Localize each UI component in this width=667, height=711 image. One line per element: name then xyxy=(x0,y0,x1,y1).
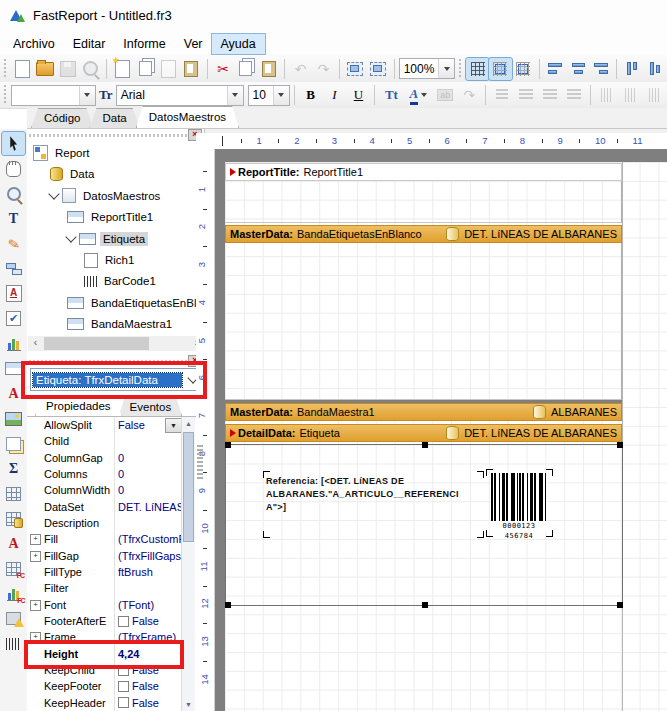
checkbox-icon[interactable] xyxy=(118,665,129,676)
selected-object-combobox[interactable]: Etiqueta: TfrxDetailData xyxy=(30,368,202,391)
text-justify-button[interactable] xyxy=(562,84,586,106)
tree-item-reporttitle1[interactable]: ReportTitle1 xyxy=(67,207,156,227)
text-cursor-tool-button[interactable]: T xyxy=(2,207,25,230)
selection-handle[interactable] xyxy=(617,602,623,608)
style-combobox[interactable] xyxy=(11,85,96,106)
align-middle-button[interactable] xyxy=(644,58,667,80)
property-row-description[interactable]: Description xyxy=(27,515,183,531)
band-header-reporttitle[interactable]: ReportTitle: ReportTitle1 xyxy=(225,163,622,181)
scrollbar-thumb[interactable] xyxy=(44,337,149,350)
scrollbar-thumb[interactable] xyxy=(183,432,194,542)
property-value[interactable]: 0 xyxy=(115,450,183,466)
fastcube-chart-object-button[interactable]: FC xyxy=(2,582,25,605)
style-dropdown-button[interactable] xyxy=(79,86,95,105)
property-value[interactable]: 4,24 xyxy=(115,646,183,662)
italic-button[interactable]: I xyxy=(323,84,347,106)
property-value[interactable]: (TfrxFillGaps) xyxy=(115,548,183,564)
font-color-button[interactable]: A xyxy=(403,84,433,106)
picture-object-button[interactable] xyxy=(2,407,25,430)
checkbox-icon[interactable] xyxy=(118,616,129,627)
expand-icon[interactable]: + xyxy=(30,534,41,545)
selection-handle[interactable] xyxy=(422,602,428,608)
property-value[interactable] xyxy=(115,580,183,596)
zoom-tool-button[interactable] xyxy=(2,182,25,205)
new-report-button[interactable] xyxy=(11,58,34,80)
format-painter-tool-button[interactable]: ✎ xyxy=(2,232,25,255)
tree-item-datosmaestros[interactable]: DatosMaestros xyxy=(50,186,163,206)
property-row-keepheader[interactable]: KeepHeaderFalse xyxy=(27,695,183,711)
text-object-2-button[interactable]: A xyxy=(2,532,25,555)
redo-button[interactable]: ↷ xyxy=(312,58,335,80)
checkbox-icon[interactable] xyxy=(118,697,129,708)
dropdown-button[interactable]: ▼ xyxy=(165,418,182,433)
font-dropdown-button[interactable] xyxy=(227,86,243,105)
undo-button[interactable]: ↶ xyxy=(289,58,312,80)
rich-text-object-button[interactable]: A xyxy=(2,282,25,305)
highlight-button[interactable]: ab xyxy=(433,84,457,106)
property-row-fillgap[interactable]: +FillGap(TfrxFillGaps) xyxy=(27,548,183,564)
property-row-child[interactable]: Child xyxy=(27,433,183,449)
property-row-columns[interactable]: Columns0 xyxy=(27,466,183,482)
fit-to-grid-button[interactable] xyxy=(512,58,535,80)
text-top-button[interactable] xyxy=(595,84,619,106)
align-left-button[interactable] xyxy=(544,58,567,80)
property-value[interactable]: (TFont) xyxy=(115,597,183,613)
show-grid-button[interactable] xyxy=(466,58,489,80)
text-middle-button[interactable] xyxy=(619,84,643,106)
text-align-center-button[interactable] xyxy=(514,84,538,106)
property-row-frame[interactable]: +Frame(TfrxFrame) xyxy=(27,629,183,645)
text-align-right-button[interactable] xyxy=(538,84,562,106)
property-row-dataset[interactable]: DataSetDET. LíNEAS xyxy=(27,499,183,515)
align-right-button[interactable] xyxy=(589,58,612,80)
selection-handle[interactable] xyxy=(225,602,231,608)
zoom-dropdown-button[interactable] xyxy=(438,59,454,78)
cross-tab-object-button[interactable] xyxy=(2,482,25,505)
checkbox-object-button[interactable]: ✔ xyxy=(2,307,25,330)
font-size-dropdown-button[interactable] xyxy=(273,86,289,105)
toolbar-grip[interactable] xyxy=(3,59,8,79)
cut-button[interactable]: ✂ xyxy=(212,58,235,80)
text-bottom-button[interactable] xyxy=(643,84,667,106)
page-settings-button[interactable] xyxy=(180,58,203,80)
tab-propiedades[interactable]: Propiedades xyxy=(35,396,122,416)
copy-button[interactable] xyxy=(235,58,258,80)
chart-object-button[interactable] xyxy=(2,332,25,355)
property-value[interactable]: False xyxy=(115,695,183,711)
band-content-reporttitle[interactable] xyxy=(225,181,622,223)
panel-splitter[interactable] xyxy=(197,445,203,479)
band-structure-tool-button[interactable] xyxy=(2,257,25,280)
font-name-button[interactable]: Tr xyxy=(96,84,116,106)
expand-icon[interactable]: + xyxy=(30,632,41,643)
open-button[interactable] xyxy=(34,58,57,80)
fastcube-grid-object-button[interactable]: FC xyxy=(2,557,25,580)
tree-item-bandaetiquetasenbl[interactable]: BandaEtiquetasEnBl xyxy=(67,293,200,313)
property-value[interactable]: 0 xyxy=(115,466,183,482)
align-center-button[interactable] xyxy=(567,58,590,80)
property-value[interactable] xyxy=(115,515,183,531)
property-value[interactable]: False xyxy=(115,662,183,678)
system-text-object-button[interactable]: Σ xyxy=(2,457,25,480)
band-content-etiquetas[interactable] xyxy=(225,243,622,400)
menu-item-ayuda[interactable]: Ayuda xyxy=(212,34,265,54)
menu-item-informe[interactable]: Informe xyxy=(114,34,174,54)
text-align-left-button[interactable] xyxy=(490,84,514,106)
tree-panel-grip[interactable]: × xyxy=(27,131,205,141)
property-row-columngap[interactable]: ColumnGap0 xyxy=(27,450,183,466)
font-size-combobox[interactable]: 10 xyxy=(248,85,290,106)
barcode-tool-button[interactable] xyxy=(2,632,25,655)
subreport-object-button[interactable] xyxy=(2,432,25,455)
band-header-detaildata[interactable]: DetailData: Etiqueta DET. LíNEAS DE ALBA… xyxy=(225,424,622,442)
zoom-combobox[interactable]: 100% xyxy=(399,58,456,79)
property-row-allowsplit[interactable]: AllowSplitFalse▼ xyxy=(27,417,183,433)
paste-button[interactable] xyxy=(257,58,280,80)
property-row-font[interactable]: +Font(TFont) xyxy=(27,597,183,613)
hand-tool-button[interactable] xyxy=(2,157,25,180)
align-top-button[interactable] xyxy=(621,58,644,80)
barcode-object-barcode1[interactable] xyxy=(491,473,547,523)
rotate-text-button[interactable]: ↷ xyxy=(457,84,481,106)
property-row-keepfooter[interactable]: KeepFooterFalse xyxy=(27,678,183,694)
property-row-filter[interactable]: Filter xyxy=(27,580,183,596)
preview-button[interactable] xyxy=(79,58,102,80)
tab-data[interactable]: Data xyxy=(89,108,139,128)
font-settings-button[interactable]: Tt xyxy=(379,84,403,106)
